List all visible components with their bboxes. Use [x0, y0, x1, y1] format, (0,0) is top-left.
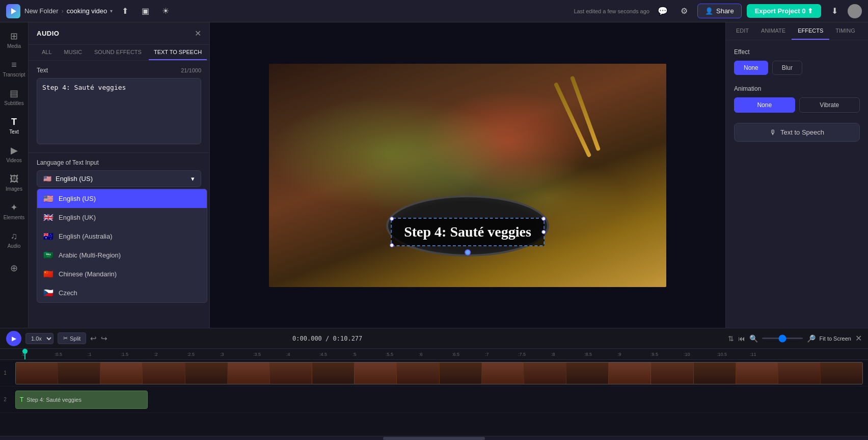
sidebar-item-elements[interactable]: ✦ Elements — [2, 198, 26, 224]
theme-button[interactable]: ☀ — [157, 3, 174, 19]
settings-button[interactable]: ⚙ — [676, 3, 692, 19]
breadcrumb: New Folder › cooking video ▾ — [24, 7, 113, 15]
flag-en-uk: 🇬🇧 — [43, 213, 53, 222]
video-track-strip[interactable] — [15, 360, 863, 386]
track-row-1: 1 — [0, 360, 868, 386]
breadcrumb-project[interactable]: cooking video — [67, 7, 107, 15]
comment-button[interactable]: 💬 — [655, 3, 671, 19]
tts-section: 🎙 Text to Speech — [734, 123, 860, 142]
effect-none-button[interactable]: None — [734, 61, 768, 75]
zoom-out-button[interactable]: 🔍 — [749, 334, 758, 343]
play-button[interactable]: ▶ — [6, 331, 21, 346]
tab-edit[interactable]: EDIT — [730, 22, 755, 40]
sidebar-label-text: Text — [9, 129, 18, 135]
panel-close-button[interactable]: ✕ — [195, 29, 201, 38]
sidebar-item-subtitles[interactable]: ▤ Subtitles — [2, 84, 26, 110]
speed-select[interactable]: 1.0x 0.5x 1.5x 2.0x — [25, 333, 53, 344]
text-to-speech-button[interactable]: 🎙 Text to Speech — [734, 123, 860, 142]
lang-option-en-uk[interactable]: 🇬🇧 English (UK) — [37, 208, 207, 227]
separate-audio-button[interactable]: ⇅ — [728, 334, 734, 343]
lang-cs-label: Czech — [59, 289, 77, 297]
time-mark: :4.5 — [318, 352, 351, 357]
tab-text-to-speech[interactable]: TEXT TO SPEECH — [149, 45, 207, 60]
handle-top-right[interactable] — [541, 217, 546, 221]
sidebar-label-media: Media — [7, 43, 21, 49]
export-button[interactable]: Export Project 0 ⬆ — [747, 4, 821, 18]
tts-label: Text to Speech — [780, 128, 824, 136]
flag-ar: 🇸🇦 — [43, 250, 53, 260]
split-label: Split — [70, 335, 80, 342]
effect-buttons: None Blur — [734, 61, 860, 75]
breadcrumb-folder[interactable]: New Folder — [24, 7, 58, 15]
close-timeline-button[interactable]: ✕ — [855, 333, 862, 343]
sidebar-item-images[interactable]: 🖼 Images — [2, 169, 26, 196]
tab-music[interactable]: MUSIC — [59, 45, 87, 60]
audio-icon: ♫ — [11, 231, 18, 242]
sidebar-item-transcript[interactable]: ≡ Transcript — [2, 55, 26, 82]
flag-en-au: 🇦🇺 — [43, 231, 53, 241]
animation-section: Animation None Vibrate — [734, 85, 860, 113]
chevron-down-icon: ▾ — [191, 175, 195, 183]
redo-button[interactable]: ↪ — [101, 334, 107, 343]
lang-option-en-us[interactable]: 🇺🇸 English (US) — [37, 189, 207, 208]
text-label: Text — [37, 67, 48, 74]
handle-right[interactable] — [541, 230, 546, 234]
lang-select-left: 🇺🇸 English (US) — [43, 175, 93, 183]
download-button[interactable]: ⬇ — [826, 3, 843, 19]
timeline-scrollbar[interactable] — [0, 436, 868, 440]
zoom-in-button[interactable]: 🔎 — [807, 334, 816, 343]
share-button[interactable]: 👤 Share — [697, 4, 742, 18]
tab-all[interactable]: ALL — [37, 45, 57, 60]
tab-sound-effects[interactable]: SOUND EFFECTS — [89, 45, 147, 60]
sidebar-item-videos[interactable]: ▶ Videos — [2, 141, 26, 167]
time-mark: :2 — [153, 352, 186, 357]
tab-animate[interactable]: ANIMATE — [755, 22, 792, 40]
lang-option-zh[interactable]: 🇨🇳 Chinese (Mandarin) — [37, 265, 207, 283]
effect-section: Effect None Blur — [734, 48, 860, 75]
text-input[interactable]: Step 4: Sauté veggies — [37, 78, 201, 144]
lang-option-cs[interactable]: 🇨🇿 Czech — [37, 283, 207, 302]
timeline-tracks: :0 :0.5 :1 :1.5 :2 :2.5 :3 :3.5 :4 :4.5 … — [0, 349, 868, 436]
upload-button[interactable]: ⬆ — [117, 3, 133, 19]
zoom-slider[interactable] — [762, 338, 803, 339]
preview-button[interactable]: ▣ — [137, 3, 153, 19]
rotate-handle[interactable] — [465, 249, 471, 255]
share-label: Share — [716, 7, 734, 15]
sidebar-item-audio[interactable]: ♫ Audio — [2, 226, 26, 253]
handle-bottom-left[interactable] — [390, 243, 394, 247]
sidebar-item-plugins[interactable]: ⊕ — [2, 255, 26, 281]
split-button[interactable]: ✂ Split — [58, 332, 86, 344]
sidebar-item-text[interactable]: T Text — [2, 112, 26, 139]
anim-vibrate-button[interactable]: Vibrate — [799, 97, 860, 113]
lang-option-en-au[interactable]: 🇦🇺 English (Australia) — [37, 227, 207, 246]
sidebar-label-transcript: Transcript — [3, 72, 25, 77]
track-content-1 — [10, 360, 868, 386]
anim-none-button[interactable]: None — [734, 97, 795, 113]
language-select-button[interactable]: 🇺🇸 English (US) ▾ — [37, 170, 201, 187]
tracks-container: 1 — [0, 360, 868, 413]
timeline-toolbar: ▶ 1.0x 0.5x 1.5x 2.0x ✂ Split ↩ ↪ 0:00.0… — [0, 328, 868, 349]
track-row-2: 2 T Step 4: Sauté veggies — [0, 386, 868, 413]
handle-top-left[interactable] — [390, 217, 394, 221]
sidebar-item-media[interactable]: ⊞ Media — [2, 27, 26, 53]
language-dropdown: 🇺🇸 English (US) 🇬🇧 English (UK) 🇦🇺 Engli… — [37, 189, 207, 303]
lang-option-ar[interactable]: 🇸🇦 Arabic (Multi-Region) — [37, 246, 207, 265]
undo-button[interactable]: ↩ — [90, 334, 97, 343]
timeline-area: ▶ 1.0x 0.5x 1.5x 2.0x ✂ Split ↩ ↪ 0:00.0… — [0, 328, 868, 440]
time-mark: :0.5 — [53, 352, 87, 357]
fit-to-screen-button[interactable]: Fit to Screen — [820, 335, 851, 342]
video-text-overlay[interactable]: Step 4: Sauté veggies — [391, 218, 545, 246]
tab-timing[interactable]: TIMING — [829, 22, 861, 40]
tab-effects[interactable]: EFFECTS — [792, 22, 829, 40]
tts-icon: 🎙 — [770, 128, 776, 136]
text-track-item[interactable]: T Step 4: Sauté veggies — [15, 391, 148, 409]
time-display: 0:00.000 / 0:10.277 — [292, 335, 362, 342]
skip-back-button[interactable]: ⏮ — [738, 334, 745, 343]
time-mark: :11 — [749, 352, 782, 357]
effect-blur-button[interactable]: Blur — [772, 61, 802, 75]
flag-zh: 🇨🇳 — [43, 269, 53, 279]
lang-en-uk-label: English (UK) — [59, 214, 96, 221]
videos-icon: ▶ — [11, 145, 18, 156]
time-mark: :10 — [683, 352, 716, 357]
subtitles-icon: ▤ — [10, 88, 18, 99]
